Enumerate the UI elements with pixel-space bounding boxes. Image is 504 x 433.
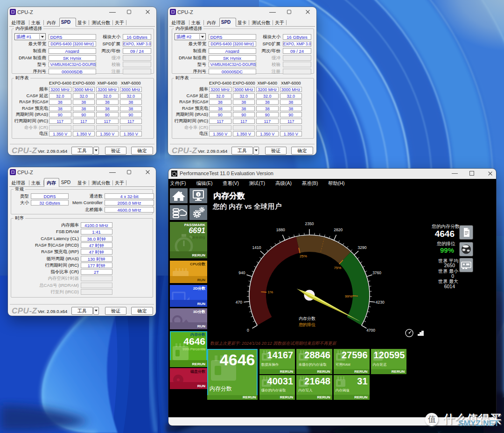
svg-text:4230: 4230 bbox=[376, 300, 385, 305]
svg-text:470: 470 bbox=[236, 300, 242, 305]
svg-text:99%: 99% bbox=[345, 294, 352, 298]
svg-text:您的排位: 您的排位 bbox=[299, 322, 315, 327]
svg-text:i: i bbox=[197, 192, 198, 197]
svg-text:940: 940 bbox=[238, 270, 245, 275]
svg-text:75%: 75% bbox=[334, 266, 341, 270]
svg-text:内存分数: 内存分数 bbox=[299, 316, 315, 321]
svg-text:25%: 25% bbox=[300, 254, 307, 258]
svg-text:3290: 3290 bbox=[358, 245, 367, 250]
svg-text:2820: 2820 bbox=[334, 227, 343, 232]
svg-text:1880: 1880 bbox=[276, 227, 285, 232]
svg-text:0: 0 bbox=[247, 328, 249, 333]
svg-text:1%: 1% bbox=[268, 290, 273, 294]
svg-text:2350: 2350 bbox=[305, 221, 314, 226]
svg-text:3760: 3760 bbox=[372, 270, 381, 275]
svg-text:4700: 4700 bbox=[366, 328, 375, 333]
svg-text:1410: 1410 bbox=[252, 245, 261, 250]
